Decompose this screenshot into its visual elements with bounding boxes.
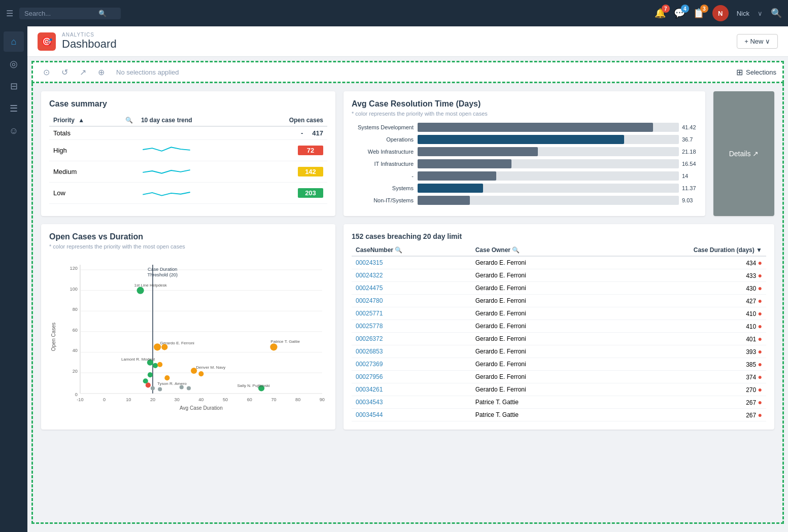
trend-chart-low bbox=[141, 185, 192, 199]
svg-text:100: 100 bbox=[70, 287, 78, 292]
scatter-container: 0 20 40 60 80 100 120 bbox=[49, 256, 327, 418]
case-owner-cell: Gerardo E. Ferroni bbox=[471, 295, 599, 307]
case-owner-cell: Patrice T. Gattie bbox=[471, 409, 599, 421]
case-number-link[interactable]: 00024475 bbox=[356, 285, 383, 292]
table-row: High 72 bbox=[49, 140, 327, 161]
col-case-owner: Case Owner 🔍 bbox=[471, 244, 599, 256]
red-dot-icon: ● bbox=[758, 398, 762, 406]
dashboard-row-2: Open Cases vs Duration * color represent… bbox=[41, 224, 774, 430]
red-dot-icon: ● bbox=[758, 385, 762, 394]
avg-resolution-card: Avg Case Resolution Time (Days) * color … bbox=[344, 91, 705, 216]
bar-track bbox=[418, 171, 679, 181]
red-dot-icon: ● bbox=[758, 322, 762, 330]
case-number-link[interactable]: 00026853 bbox=[356, 348, 383, 355]
priority-medium: Medium bbox=[49, 161, 137, 183]
table-row: 00027369 Gerardo E. Ferroni 385 ● bbox=[352, 358, 766, 371]
sel-icon-add[interactable]: ⊕ bbox=[94, 65, 108, 79]
svg-point-56 bbox=[148, 372, 153, 377]
case-number-cell: 00026372 bbox=[352, 333, 471, 345]
bar-fill bbox=[418, 123, 653, 132]
case-duration-cell: 267 ● bbox=[599, 409, 766, 421]
search-owner-icon[interactable]: 🔍 bbox=[512, 246, 520, 254]
sort-icon[interactable]: ▲ bbox=[78, 117, 84, 124]
svg-point-36 bbox=[161, 344, 167, 350]
sel-icon-search[interactable]: ⊙ bbox=[39, 65, 53, 79]
sidebar-item-menu[interactable]: ☰ bbox=[4, 98, 24, 119]
search-icon-priority[interactable]: 🔍 bbox=[125, 117, 133, 124]
new-button[interactable]: + New ∨ bbox=[737, 34, 778, 49]
case-number-link[interactable]: 00025778 bbox=[356, 323, 383, 330]
sel-icon-forward[interactable]: ↗ bbox=[76, 65, 90, 79]
tasks-badge: 3 bbox=[700, 5, 708, 13]
sidebar-item-user[interactable]: ☺ bbox=[4, 121, 24, 141]
case-number-cell: 00025778 bbox=[352, 320, 471, 333]
case-number-link[interactable]: 00027369 bbox=[356, 361, 383, 368]
bar-label: Web Infrastructure bbox=[352, 149, 418, 155]
case-number-link[interactable]: 00034261 bbox=[356, 386, 383, 393]
case-duration-cell: 393 ● bbox=[599, 345, 766, 358]
bar-track bbox=[418, 159, 679, 168]
case-duration-cell: 434 ● bbox=[599, 256, 766, 269]
sort-duration-icon[interactable]: ▼ bbox=[756, 246, 762, 254]
bar-fill bbox=[418, 147, 538, 156]
user-chevron-icon[interactable]: ∨ bbox=[758, 10, 763, 17]
bar-value: 41.42 bbox=[682, 124, 697, 130]
case-number-cell: 00024780 bbox=[352, 295, 471, 307]
table-row: 00024322 Gerardo E. Ferroni 433 ● bbox=[352, 269, 766, 282]
svg-text:Avg Case Duration: Avg Case Duration bbox=[180, 405, 223, 411]
case-duration-cell: 410 ● bbox=[599, 320, 766, 333]
case-number-link[interactable]: 00024780 bbox=[356, 297, 383, 304]
case-number-link[interactable]: 00024315 bbox=[356, 259, 383, 266]
case-owner-cell: Gerardo E. Ferroni bbox=[471, 282, 599, 295]
user-name[interactable]: Nick bbox=[737, 10, 749, 17]
cases-breaching-card: 152 cases breaching 20 day limit CaseNum… bbox=[344, 224, 774, 430]
table-row: 00026372 Gerardo E. Ferroni 401 ● bbox=[352, 333, 766, 345]
selections-bar: ⊙ ↺ ↗ ⊕ No selections applied ⊞ Selectio… bbox=[31, 61, 784, 83]
sidebar-item-globe[interactable]: ◎ bbox=[4, 54, 24, 74]
case-number-cell: 00027369 bbox=[352, 358, 471, 371]
case-owner-cell: Gerardo E. Ferroni bbox=[471, 371, 599, 383]
open-high: 72 bbox=[248, 140, 327, 161]
notifications-bell[interactable]: 🔔 7 bbox=[655, 8, 666, 19]
case-number-link[interactable]: 00024322 bbox=[356, 272, 383, 279]
table-row: 00026853 Gerardo E. Ferroni 393 ● bbox=[352, 345, 766, 358]
svg-text:80: 80 bbox=[295, 397, 300, 402]
svg-text:20: 20 bbox=[150, 397, 155, 402]
tasks-icon-group[interactable]: 📋 3 bbox=[693, 8, 704, 19]
svg-point-46 bbox=[270, 343, 277, 350]
search-input[interactable] bbox=[24, 10, 95, 17]
case-number-cell: 00024322 bbox=[352, 269, 471, 282]
sidebar-item-layers[interactable]: ⊟ bbox=[4, 76, 24, 96]
case-owner-cell: Gerardo E. Ferroni bbox=[471, 333, 599, 345]
case-number-link[interactable]: 00034544 bbox=[356, 411, 383, 418]
case-owner-cell: Gerardo E. Ferroni bbox=[471, 256, 599, 269]
search-bar[interactable]: 🔍 bbox=[19, 8, 121, 19]
case-number-link[interactable]: 00025771 bbox=[356, 310, 383, 317]
case-number-link[interactable]: 00034543 bbox=[356, 399, 383, 406]
messages-icon-group[interactable]: 💬 4 bbox=[674, 8, 685, 19]
avg-resolution-title: Avg Case Resolution Time (Days) bbox=[352, 99, 697, 109]
case-number-link[interactable]: 00027956 bbox=[356, 373, 383, 380]
hamburger-icon[interactable]: ☰ bbox=[6, 9, 13, 18]
case-number-link[interactable]: 00026372 bbox=[356, 335, 383, 342]
sidebar-item-home[interactable]: ⌂ bbox=[4, 31, 24, 52]
sel-icon-back[interactable]: ↺ bbox=[57, 65, 72, 79]
avatar[interactable]: N bbox=[712, 5, 729, 21]
selections-button[interactable]: ⊞ Selections bbox=[736, 67, 776, 77]
case-summary-title: Case summary bbox=[49, 99, 327, 109]
case-number-cell: 00034544 bbox=[352, 409, 471, 421]
svg-text:Patrice T. Gattie: Patrice T. Gattie bbox=[270, 339, 300, 344]
table-row: 00025778 Gerardo E. Ferroni 410 ● bbox=[352, 320, 766, 333]
svg-text:50: 50 bbox=[223, 397, 228, 402]
svg-text:60: 60 bbox=[73, 328, 78, 333]
case-number-cell: 00024475 bbox=[352, 282, 471, 295]
details-button[interactable]: Details ↗ bbox=[729, 150, 759, 158]
details-card[interactable]: Details ↗ bbox=[713, 91, 774, 216]
case-duration-cell: 401 ● bbox=[599, 333, 766, 345]
search-case-icon[interactable]: 🔍 bbox=[395, 246, 402, 254]
svg-text:120: 120 bbox=[70, 266, 78, 271]
selections-label: Selections bbox=[746, 68, 776, 76]
case-duration-cell: 270 ● bbox=[599, 383, 766, 396]
table-row: 00034544 Patrice T. Gattie 267 ● bbox=[352, 409, 766, 421]
search-nav-icon[interactable]: 🔍 bbox=[771, 8, 782, 19]
